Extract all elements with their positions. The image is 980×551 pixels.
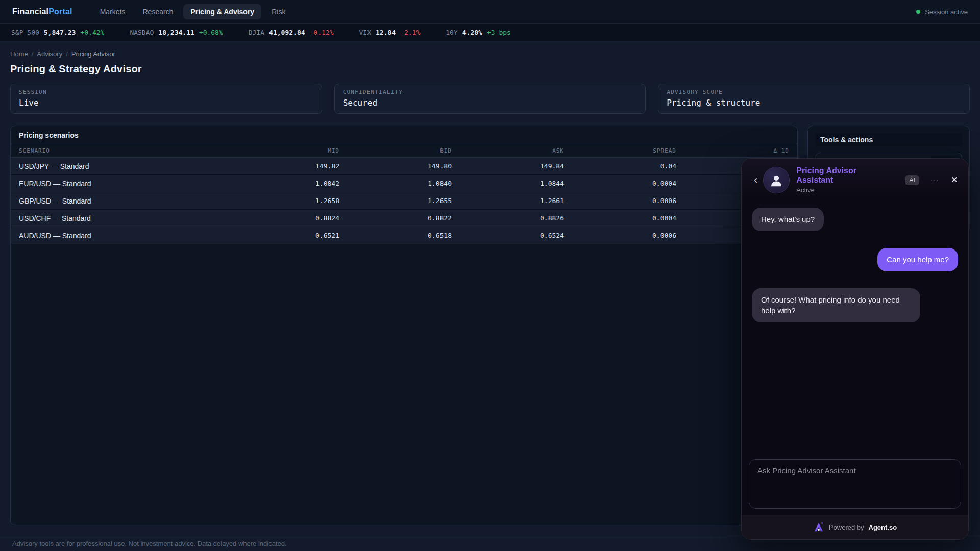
ticker-label: VIX — [359, 29, 371, 36]
assistant-message: Of course! What pricing info do you need… — [752, 288, 920, 322]
chat-title: Pricing Advisor Assistant — [796, 166, 878, 185]
table-cell-bid: 0.8822 — [339, 214, 452, 222]
ticker-label: 10Y — [446, 29, 457, 36]
chat-title-block: Pricing Advisor Assistant Active — [796, 166, 905, 194]
ticker-change: +0.68% — [199, 29, 223, 36]
confidentiality-card-label: CONFIDENTIALITY — [343, 89, 638, 95]
disclaimer-text: Advisory tools are for professional use.… — [12, 540, 287, 547]
session-card-value: Live — [19, 98, 313, 108]
table-cell-spread: 0.0006 — [564, 197, 676, 205]
advisory-scope-card: ADVISORY SCOPE Pricing & structure — [658, 84, 970, 114]
assistant-avatar — [764, 167, 789, 193]
chat-messages[interactable]: Hey, what's up? Can you help me? Of cour… — [742, 199, 968, 459]
table-cell-ask: 149.84 — [452, 162, 564, 170]
back-chevron-icon[interactable]: ‹ — [750, 172, 762, 188]
ticker-label: NASDAQ — [130, 29, 154, 36]
table-cell-ask: 0.6524 — [452, 232, 564, 239]
table-cell-mid: 1.2658 — [227, 197, 339, 205]
ticker-change: +3 bps — [487, 29, 511, 36]
nav-tabs: Markets Research Pricing & Advisory Risk — [93, 4, 916, 19]
ticker-value: 12.84 — [376, 29, 396, 36]
tools-actions-title: Tools & actions — [815, 133, 962, 146]
table-cell-mid: 149.82 — [227, 162, 339, 170]
advisory-scope-card-value: Pricing & structure — [667, 98, 961, 108]
chat-footer: Powered by Agent.so — [742, 515, 968, 539]
ticker-value: 41,092.84 — [269, 29, 305, 36]
assistant-message: Hey, what's up? — [752, 208, 824, 231]
confidentiality-card-value: Secured — [343, 98, 638, 108]
close-icon[interactable]: ✕ — [951, 174, 958, 185]
table-cell-scenario: AUD/USD — Standard — [19, 232, 227, 240]
table-cell-ask: 1.2661 — [452, 197, 564, 205]
brand-accent: Portal — [48, 7, 72, 16]
nav-tab-pricing-advisory[interactable]: Pricing & Advisory — [183, 4, 261, 19]
brand-logo[interactable]: FinancialPortal — [12, 7, 72, 16]
nav-tab-risk[interactable]: Risk — [264, 4, 292, 19]
table-row[interactable]: USD/CHF — Standard 0.8824 0.8822 0.8826 … — [11, 210, 797, 227]
table-cell-scenario: USD/JPY — Standard — [19, 162, 227, 170]
session-status: Session active — [916, 8, 968, 16]
confidentiality-card: CONFIDENTIALITY Secured — [334, 84, 646, 114]
column-header-bid: BID — [339, 147, 452, 154]
table-row[interactable]: EUR/USD — Standard 1.0842 1.0840 1.0844 … — [11, 175, 797, 192]
chat-input[interactable] — [749, 459, 961, 509]
ticker-label: DJIA — [249, 29, 264, 36]
chat-header: ‹ Pricing Advisor Assistant Active AI ··… — [742, 159, 968, 199]
table-row[interactable]: AUD/USD — Standard 0.6521 0.6518 0.6524 … — [11, 227, 797, 244]
ticker-change: +0.42% — [80, 29, 104, 36]
column-header-mid: MID — [227, 147, 339, 154]
table-cell-ask: 1.0844 — [452, 180, 564, 187]
breadcrumb-advisory[interactable]: Advisory — [37, 50, 62, 58]
table-cell-spread: 0.0004 — [564, 180, 676, 187]
agent-so-brand[interactable]: Agent.so — [869, 523, 897, 531]
table-cell-scenario: GBP/USD — Standard — [19, 197, 227, 205]
table-cell-mid: 0.8824 — [227, 214, 339, 222]
column-header-delta-1d: Δ 1D — [676, 147, 789, 154]
powered-by-label: Powered by — [829, 523, 864, 531]
table-row[interactable]: GBP/USD — Standard 1.2658 1.2655 1.2661 … — [11, 192, 797, 210]
user-message: Can you help me? — [877, 248, 958, 271]
market-ticker: S&P 500 5,847.23 +0.42% NASDAQ 18,234.11… — [0, 24, 980, 41]
ticker-value: 4.28% — [462, 29, 482, 36]
table-cell-bid: 1.2655 — [339, 197, 452, 205]
ticker-value: 5,847.23 — [44, 29, 76, 36]
session-status-label: Session active — [925, 8, 968, 16]
table-cell-spread: 0.04 — [564, 162, 676, 170]
breadcrumb-home[interactable]: Home — [10, 50, 28, 58]
table-cell-mid: 1.0842 — [227, 180, 339, 187]
ticker-item-10y: 10Y 4.28% +3 bps — [446, 29, 511, 36]
ticker-change: -0.12% — [310, 29, 334, 36]
brand-primary: Financial — [12, 7, 48, 16]
ticker-item-nasdaq: NASDAQ 18,234.11 +0.68% — [130, 29, 223, 36]
table-cell-bid: 149.80 — [339, 162, 452, 170]
breadcrumb-separator: / — [66, 50, 68, 58]
pricing-scenarios-title: Pricing scenarios — [11, 126, 797, 144]
table-cell-spread: 0.0004 — [564, 214, 676, 222]
session-card-label: SESSION — [19, 89, 313, 95]
ai-badge: AI — [905, 175, 919, 185]
breadcrumb-separator: / — [32, 50, 34, 58]
table-header-row: SCENARIO MID BID ASK SPREAD Δ 1D — [11, 144, 797, 158]
table-cell-spread: 0.0006 — [564, 232, 676, 239]
table-cell-scenario: USD/CHF — Standard — [19, 214, 227, 222]
ticker-item-vix: VIX 12.84 -2.1% — [359, 29, 421, 36]
column-header-ask: ASK — [452, 147, 564, 154]
column-header-scenario: SCENARIO — [19, 147, 227, 154]
info-cards-row: SESSION Live CONFIDENTIALITY Secured ADV… — [10, 84, 970, 114]
ticker-change: -2.1% — [400, 29, 420, 36]
person-icon — [769, 172, 784, 188]
table-cell-mid: 0.6521 — [227, 232, 339, 239]
column-header-spread: SPREAD — [564, 147, 676, 154]
page-title: Pricing & Strategy Advisor — [10, 63, 970, 75]
table-cell-scenario: EUR/USD — Standard — [19, 180, 227, 188]
ticker-item-djia: DJIA 41,092.84 -0.12% — [249, 29, 334, 36]
advisory-scope-card-label: ADVISORY SCOPE — [667, 89, 961, 95]
nav-tab-research[interactable]: Research — [136, 4, 181, 19]
table-row[interactable]: USD/JPY — Standard 149.82 149.80 149.84 … — [11, 158, 797, 175]
nav-tab-markets[interactable]: Markets — [93, 4, 133, 19]
menu-dots-icon[interactable]: ··· — [930, 176, 940, 184]
table-cell-ask: 0.8826 — [452, 214, 564, 222]
ticker-value: 18,234.11 — [158, 29, 194, 36]
chat-widget: ‹ Pricing Advisor Assistant Active AI ··… — [741, 158, 969, 540]
table-cell-bid: 0.6518 — [339, 232, 452, 239]
